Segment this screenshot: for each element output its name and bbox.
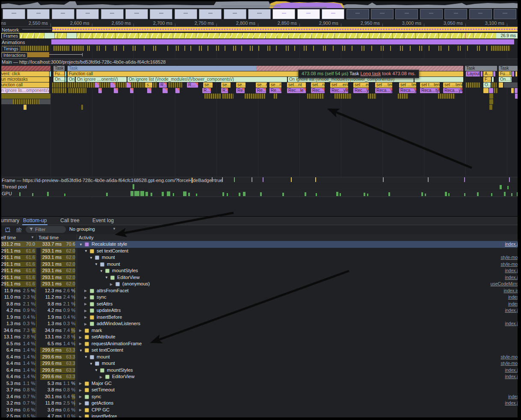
flame-bar[interactable]: On…) <box>53 77 65 82</box>
flame-bar[interactable]: Task <box>499 66 518 71</box>
flame-bar[interactable]: set …tent <box>443 82 462 88</box>
gpu-bar[interactable] <box>421 192 423 196</box>
expand-icon[interactable]: ▶ <box>100 374 102 381</box>
grouping-select[interactable]: No grouping <box>69 226 95 232</box>
gpu-bar[interactable] <box>167 191 170 196</box>
film-thumb[interactable] <box>150 9 172 19</box>
film-thumb[interactable] <box>3 9 25 19</box>
expand-icon[interactable]: ▶ <box>79 341 82 347</box>
table-row[interactable]: 291.1 ms61.6 %293.1 ms62.0 %▼mountStyles… <box>0 267 521 274</box>
film-thumb[interactable] <box>322 9 344 19</box>
film-thumb[interactable] <box>420 9 443 19</box>
gpu-bar[interactable] <box>173 193 174 196</box>
flame-bar[interactable]: R… <box>187 82 198 88</box>
table-row[interactable]: 3.2 ms0.7 %11.8 ms2.5 %▶getActionsindex.… <box>0 400 521 407</box>
expand-icon[interactable]: ▶ <box>84 308 87 314</box>
film-thumb[interactable] <box>346 9 369 19</box>
threadpool-track-header[interactable]: Thread pool <box>0 184 521 190</box>
expand-icon[interactable]: ▶ <box>79 387 82 394</box>
table-row[interactable]: 9.8 ms2.1 %9.8 ms2.1 %▶setAttrsindex. <box>0 301 521 308</box>
film-thumb[interactable] <box>469 9 492 19</box>
flame-bar[interactable]: Fu…ll <box>499 71 512 76</box>
filter-input[interactable]: Filter <box>26 226 66 233</box>
header-self-time[interactable]: elf time <box>1 234 16 241</box>
flame-bar[interactable]: unction call <box>0 82 49 88</box>
collapse-icon[interactable]: ▼ <box>100 268 103 275</box>
flame-bar[interactable]: On ignore list (\/node_modules\/|\/bower… <box>127 77 287 82</box>
gpu-bar[interactable] <box>239 193 240 196</box>
flame-bar[interactable]: set…nt <box>311 82 325 88</box>
gpu-bar[interactable] <box>491 193 492 196</box>
gpu-bar[interactable] <box>47 192 49 196</box>
table-row[interactable]: 6.5 ms1.4 %6.5 ms1.4 %▶requestAnimationF… <box>0 341 521 347</box>
gpu-bar[interactable] <box>504 192 506 196</box>
flame-bar[interactable]: se…t <box>236 82 246 88</box>
flame-bar[interactable]: On ignore …onents\/) <box>76 77 127 82</box>
collapse-icon[interactable]: ▼ <box>84 248 88 255</box>
film-thumb[interactable] <box>248 9 271 19</box>
header-total-time[interactable]: Total time <box>38 234 59 241</box>
gpu-bar[interactable] <box>130 191 133 196</box>
table-row[interactable]: 3.4 ms0.7 %30.1 ms6.4 %▶syncindex. <box>0 394 521 400</box>
flame-bar[interactable]: F…l <box>483 77 491 82</box>
gpu-bar[interactable] <box>388 192 390 196</box>
film-thumb[interactable] <box>395 9 418 19</box>
flame-bar[interactable]: Reca…tyle <box>420 88 440 93</box>
gpu-bar[interactable] <box>336 192 338 196</box>
table-row[interactable]: 3.7 ms0.8 %3.8 ms0.8 %▶setTimeout <box>0 387 521 394</box>
gpu-bar[interactable] <box>364 193 365 196</box>
gpu-bar[interactable] <box>145 192 148 196</box>
flame-bar[interactable]: set…nt <box>287 82 306 88</box>
flame-bar[interactable]: Task <box>53 66 65 71</box>
film-thumb[interactable] <box>27 9 50 19</box>
expand-icon[interactable]: ▶ <box>84 301 87 308</box>
flame-bar[interactable]: set …tent <box>399 82 416 88</box>
film-thumb[interactable] <box>444 9 467 19</box>
gpu-bar[interactable] <box>183 191 186 196</box>
flame-bar[interactable]: Reca…yle <box>375 88 392 93</box>
film-thumb[interactable] <box>494 9 516 19</box>
gpu-bar[interactable] <box>511 193 512 196</box>
flame-bar[interactable]: Rec…yle <box>330 88 348 93</box>
gpu-bar[interactable] <box>260 192 262 196</box>
table-row[interactable]: 331.2 ms70.0 %333.7 ms70.6 %▼Recalculate… <box>0 241 521 248</box>
table-row[interactable]: 291.1 ms61.6 %293.1 ms62.0 %▼mountstyle-… <box>0 254 521 261</box>
frame-duration-badge[interactable]: 26.9 ms <box>496 33 518 38</box>
table-row[interactable]: 34.6 ms7.3 %34.9 ms7.4 %▶mark <box>0 327 521 334</box>
flame-bar[interactable]: Reca…yle <box>399 88 416 93</box>
collapse-icon[interactable]: ▼ <box>84 354 88 361</box>
frame-track-header[interactable]: Frame — https://id-preview--bd53fd9d-728… <box>0 177 521 183</box>
gpu-bar[interactable] <box>464 193 465 196</box>
flame-bar[interactable]: Fu…ll <box>53 71 65 76</box>
tab-ummary[interactable]: ummary <box>1 217 19 223</box>
gpu-bar[interactable] <box>477 192 479 196</box>
sort-descending-icon[interactable]: ▼ <box>31 234 34 241</box>
table-row[interactable]: 1.9 ms0.4 %1.9 ms0.4 %▶insertBefore <box>0 314 521 321</box>
flame-bar[interactable]: Reca…yle <box>443 88 462 93</box>
expand-icon[interactable]: ▶ <box>79 407 82 414</box>
gpu-bar[interactable] <box>445 192 447 196</box>
tooltip-long-task-link[interactable]: Long task <box>361 71 381 76</box>
collapse-icon[interactable]: ▼ <box>89 361 93 367</box>
flame-bar[interactable]: sk <box>0 66 50 71</box>
flame-bar[interactable]: Re…le <box>269 88 281 93</box>
gpu-bar[interactable] <box>106 193 108 196</box>
gpu-bar[interactable] <box>134 191 139 196</box>
flame-bar[interactable]: set …ent <box>353 82 369 88</box>
gpu-bar[interactable] <box>340 193 341 196</box>
animations-track-bar[interactable] <box>51 39 514 44</box>
timeline-ruler[interactable]: ms 2,550 ms2,600 ms2,650 ms2,700 ms2,750… <box>0 20 521 27</box>
gpu-bar[interactable] <box>64 194 65 196</box>
table-row[interactable]: 5.3 ms1.1 %5.3 ms1.1 %▶Major GC <box>0 380 521 387</box>
table-row[interactable]: 3.0 ms0.6 %3.0 ms0.6 %▶CPP GC <box>0 407 521 414</box>
flame-bar[interactable]: R… <box>159 82 167 88</box>
flame-bar[interactable]: Re…e <box>236 88 245 93</box>
table-row[interactable]: 6.4 ms1.4 %299.6 ms63.3 %▼mountstyle-mod <box>0 360 521 367</box>
gpu-bar[interactable] <box>222 192 224 196</box>
table-row[interactable]: 6.4 ms1.4 %299.6 ms63.3 %▼mountstyle-mod <box>0 354 521 361</box>
gpu-bar[interactable] <box>282 193 284 196</box>
threadpool-bar[interactable] <box>500 185 502 189</box>
film-thumb[interactable] <box>272 9 295 19</box>
expand-icon[interactable]: ▶ <box>79 380 82 387</box>
flame-bar[interactable]: se…t <box>203 82 213 88</box>
